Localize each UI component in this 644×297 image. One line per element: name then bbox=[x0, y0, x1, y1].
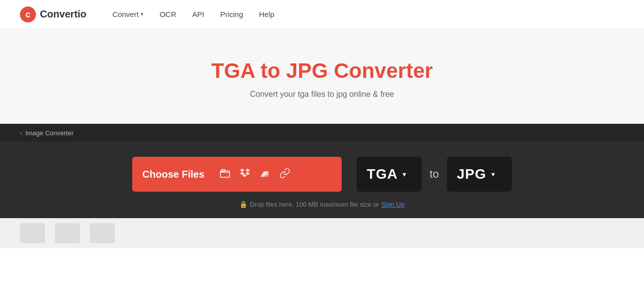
dropbox-icon[interactable] bbox=[239, 168, 250, 181]
chevron-down-icon: ▾ bbox=[141, 11, 144, 17]
choose-files-button[interactable]: Choose Files bbox=[132, 157, 342, 192]
nav-help-label: Help bbox=[259, 10, 274, 18]
to-format-chevron-icon: ▾ bbox=[491, 170, 495, 178]
logo-icon: c bbox=[20, 6, 36, 22]
from-format-chevron-icon: ▾ bbox=[403, 170, 406, 178]
to-separator: to bbox=[428, 168, 440, 181]
converter-panel: ‹ Image Converter Choose Files bbox=[0, 124, 644, 218]
nav-pricing-label: Pricing bbox=[220, 10, 243, 18]
preview-item bbox=[90, 223, 115, 243]
logo-text: Convertio bbox=[40, 8, 86, 20]
lock-icon: 🔒 bbox=[239, 201, 247, 208]
choose-files-label: Choose Files bbox=[142, 169, 204, 180]
from-format-button[interactable]: TGA ▾ bbox=[357, 157, 422, 192]
logo-link[interactable]: c Convertio bbox=[20, 6, 86, 22]
to-format-button[interactable]: JPG ▾ bbox=[447, 157, 512, 192]
hero-subtitle: Convert your tga files to jpg online & f… bbox=[10, 90, 634, 99]
chevron-left-icon: ‹ bbox=[20, 129, 22, 137]
preview-strip bbox=[0, 218, 644, 248]
to-format-text: JPG bbox=[457, 166, 486, 182]
nav-convert[interactable]: Convert ▾ bbox=[106, 6, 150, 22]
nav-links: Convert ▾ OCR API Pricing Help bbox=[106, 6, 280, 22]
sign-up-link[interactable]: Sign Up bbox=[382, 201, 405, 208]
nav-help[interactable]: Help bbox=[253, 6, 280, 22]
nav-api[interactable]: API bbox=[186, 6, 210, 22]
breadcrumb: Image Converter bbox=[25, 129, 74, 137]
preview-item bbox=[55, 223, 80, 243]
nav-convert-label: Convert bbox=[112, 10, 139, 18]
folder-icon[interactable] bbox=[219, 168, 230, 181]
drop-text-content: Drop files here. 100 MB maximum file siz… bbox=[250, 201, 379, 208]
navbar: c Convertio Convert ▾ OCR API Pricing bbox=[0, 0, 644, 29]
link-icon[interactable] bbox=[279, 168, 290, 181]
file-icons-group bbox=[219, 168, 290, 181]
converter-body: Choose Files bbox=[0, 142, 644, 197]
drop-info: 🔒 Drop files here. 100 MB maximum file s… bbox=[0, 197, 644, 208]
preview-item bbox=[20, 223, 45, 243]
nav-ocr[interactable]: OCR bbox=[154, 6, 182, 22]
format-selectors: TGA ▾ to JPG ▾ bbox=[357, 157, 511, 192]
nav-api-label: API bbox=[192, 10, 204, 18]
nav-pricing[interactable]: Pricing bbox=[214, 6, 249, 22]
page-title: TGA to JPG Converter bbox=[10, 59, 634, 83]
breadcrumb-bar: ‹ Image Converter bbox=[0, 124, 644, 142]
nav-ocr-label: OCR bbox=[160, 10, 176, 18]
svg-text:c: c bbox=[25, 9, 30, 19]
from-format-text: TGA bbox=[367, 166, 398, 182]
hero-section: TGA to JPG Converter Convert your tga fi… bbox=[0, 29, 644, 124]
google-drive-icon[interactable] bbox=[259, 168, 270, 181]
